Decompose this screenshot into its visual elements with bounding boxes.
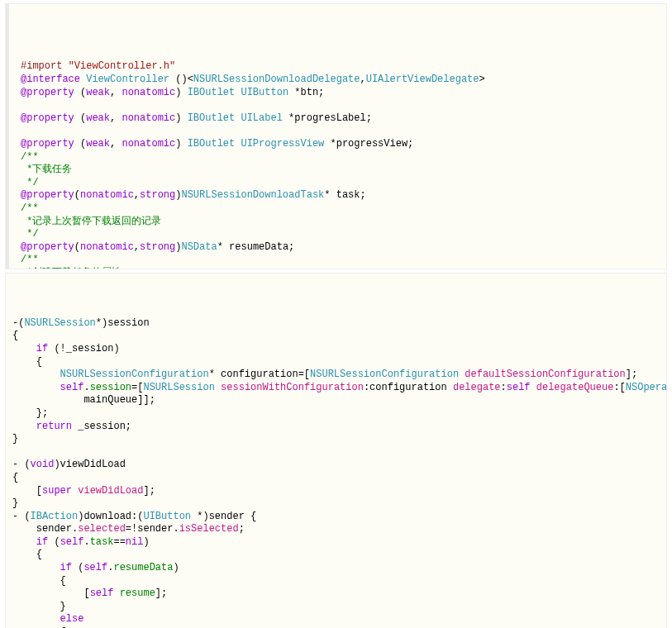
t: IBOutlet <box>188 87 236 98</box>
t: ( <box>74 189 80 201</box>
t: defaultSessionConfiguration <box>465 369 625 380</box>
import-directive: #import <box>21 60 62 72</box>
kw: if <box>12 536 48 548</box>
t: selected <box>78 523 126 535</box>
t: self <box>60 536 84 548</box>
t: :[ <box>613 382 625 393</box>
t: { <box>12 330 18 341</box>
t: *progresLabel; <box>283 112 372 124</box>
t: self <box>60 382 84 393</box>
t: { <box>12 356 42 368</box>
t: nonatomic <box>122 87 175 98</box>
t: NSURLSessionConfiguration <box>310 369 459 380</box>
t: )download:( <box>78 511 143 522</box>
t: ]; <box>143 485 155 497</box>
t: , <box>134 189 140 201</box>
comment: /** <box>21 151 39 163</box>
t: * configuration=[ <box>209 369 310 380</box>
t: -( <box>12 317 24 329</box>
t: IBAction <box>31 511 79 522</box>
t: ]; <box>155 588 167 599</box>
t: UIButton <box>143 511 191 522</box>
t: *)sender { <box>191 511 256 522</box>
kw: if <box>12 562 72 573</box>
code-content-1: #import "ViewController.h" @interface Vi… <box>6 43 666 269</box>
comment: /** <box>21 202 39 214</box>
t: super <box>42 485 72 497</box>
gutter-bar <box>6 4 9 269</box>
comment: *下载任务 <box>21 164 72 175</box>
import-path: "ViewController.h" <box>69 60 176 72</box>
t: =!sender. <box>126 523 179 535</box>
t: } <box>12 433 18 445</box>
t: ( <box>74 241 80 253</box>
t: ( <box>74 138 86 150</box>
t: weak <box>86 112 110 124</box>
kw: if <box>12 343 48 354</box>
t: delegateQueue <box>536 382 614 393</box>
t: - ( <box>12 459 31 470</box>
t: , <box>360 74 366 85</box>
t: self <box>83 562 107 573</box>
t: self <box>507 382 531 393</box>
t: [ <box>12 485 42 497</box>
t: , <box>110 138 122 150</box>
t: ()< <box>175 74 193 85</box>
t: ) <box>143 536 149 548</box>
t: viewDidLoad <box>78 485 143 497</box>
t: : <box>501 382 507 393</box>
t: , <box>110 112 122 124</box>
t: _session; <box>72 421 131 432</box>
kw: else <box>12 613 83 625</box>
t <box>531 382 536 393</box>
t: *btn; <box>288 87 324 98</box>
t: , <box>134 241 140 253</box>
comment: *创建下载任务的属性 <box>21 267 122 269</box>
t: resumeData <box>113 562 173 573</box>
kw: @property <box>21 112 74 124</box>
t: == <box>113 536 125 548</box>
t: (!_session) <box>48 343 119 354</box>
t: NSURLSession <box>24 317 95 329</box>
kw: @property <box>21 189 74 201</box>
t: ) <box>173 562 179 573</box>
t: IBOutlet <box>188 112 236 124</box>
t: *)session <box>96 317 150 329</box>
t: }; <box>12 407 48 419</box>
t: self <box>90 588 114 599</box>
t: weak <box>86 138 110 150</box>
t: { <box>12 549 42 560</box>
t: } <box>12 497 18 509</box>
comment: *记录上次暂停下载返回的记录 <box>21 216 161 227</box>
t: NSURLSession <box>143 382 214 393</box>
t <box>113 588 119 599</box>
t: NSURLSessionConfiguration <box>60 369 209 380</box>
t: void <box>31 459 55 470</box>
t: delegate <box>453 382 501 393</box>
t: nonatomic <box>80 189 134 201</box>
t: ) <box>175 112 187 124</box>
t: ( <box>48 536 60 548</box>
comment: /** <box>21 254 39 265</box>
t: NSOperationQueue <box>626 382 667 393</box>
code-block-2: -(NSURLSession*)session { if (!_session)… <box>5 273 667 628</box>
t: - ( <box>12 511 31 522</box>
code-content-2: -(NSURLSession*)session { if (!_session)… <box>6 299 666 628</box>
kw: @property <box>21 138 74 150</box>
t: UIButton <box>241 87 288 98</box>
t <box>215 382 221 393</box>
protocol: UIAlertViewDelegate <box>366 74 479 85</box>
kw: return <box>12 421 72 432</box>
t: nonatomic <box>122 112 175 124</box>
t: * resumeData; <box>217 241 295 253</box>
t: > <box>479 74 485 85</box>
t: )viewDidLoad <box>54 459 125 470</box>
comment: */ <box>21 177 39 188</box>
t: { <box>12 472 18 483</box>
t: ( <box>74 112 86 124</box>
t: ( <box>74 87 86 98</box>
t: sessionWithConfiguration <box>221 382 364 393</box>
t: ]; <box>626 369 637 380</box>
t: isSelected <box>179 523 239 535</box>
t: strong <box>140 241 175 253</box>
